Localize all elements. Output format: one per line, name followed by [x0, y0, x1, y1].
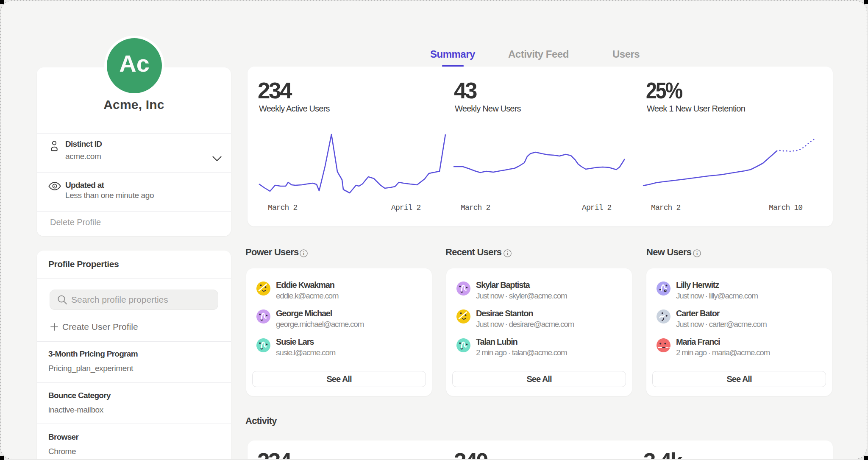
- svg-text:i: i: [507, 250, 509, 256]
- svg-text:i: i: [696, 250, 698, 256]
- svg-text:i: i: [303, 250, 305, 256]
